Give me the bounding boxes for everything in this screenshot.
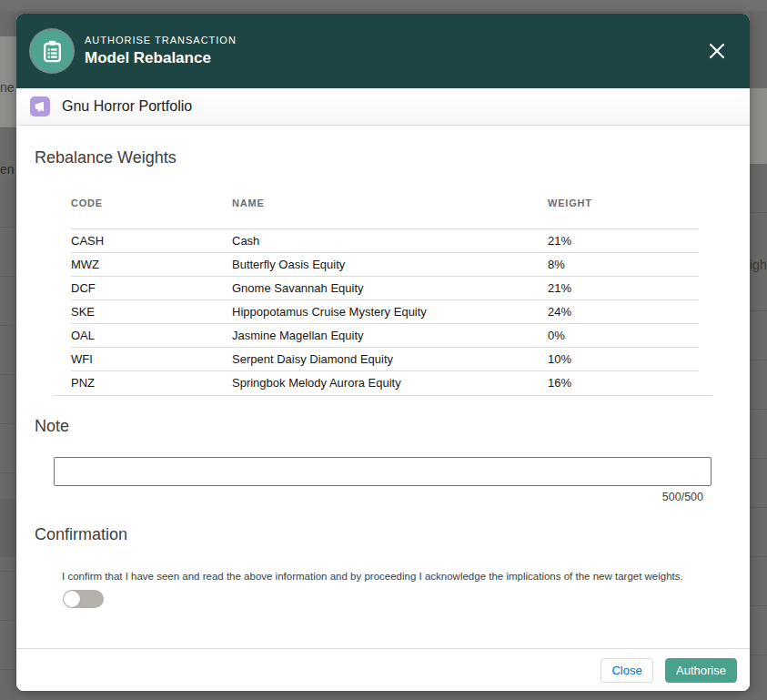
cell-weight: 24% <box>548 300 699 324</box>
background-right-panel <box>750 11 767 88</box>
cell-name: Butterfly Oasis Equity <box>232 253 548 277</box>
page: ne en igh AUTHO <box>0 0 767 700</box>
weights-table: CODE NAME WEIGHT CASHCash21%MWZButterfly… <box>71 188 699 395</box>
cell-name: Gnome Savannah Equity <box>232 277 548 300</box>
background-text-fragment: igh <box>750 258 767 272</box>
announcement-icon <box>30 96 50 117</box>
confirmation-toggle[interactable] <box>63 590 104 608</box>
cell-weight: 10% <box>548 348 699 371</box>
cell-name: Springbok Melody Aurora Equity <box>232 371 548 395</box>
close-button[interactable]: Close <box>600 658 653 683</box>
cell-weight: 8% <box>548 253 699 277</box>
cell-code: SKE <box>71 300 232 324</box>
weights-table-row: DCFGnome Savannah Equity21% <box>71 277 699 300</box>
weights-table-container: CODE NAME WEIGHT CASHCash21%MWZButterfly… <box>53 188 712 396</box>
cell-name: Jasmine Magellan Equity <box>232 324 548 348</box>
cell-weight: 0% <box>548 324 699 348</box>
cell-code: DCF <box>71 277 232 300</box>
cell-name: Hippopotamus Cruise Mystery Equity <box>232 300 548 324</box>
modal-footer: Close Authorise <box>16 648 750 691</box>
close-icon[interactable] <box>709 43 725 59</box>
authorise-button[interactable]: Authorise <box>665 658 737 683</box>
weights-table-row: CASHCash21% <box>71 229 699 253</box>
modal-eyebrow: AUTHORISE TRANSACTION <box>85 35 237 46</box>
transaction-icon <box>31 30 73 72</box>
confirmation-heading: Confirmation <box>35 525 732 544</box>
toggle-knob <box>64 591 80 607</box>
clipboard-icon <box>40 39 65 64</box>
weights-table-row: OALJasmine Magellan Equity0% <box>71 324 699 348</box>
cell-weight: 21% <box>548 229 699 253</box>
confirmation-text: I confirm that I have seen and read the … <box>62 570 732 583</box>
cell-name: Serpent Daisy Diamond Equity <box>232 348 548 371</box>
note-char-counter: 500/500 <box>35 491 703 503</box>
cell-code: WFI <box>71 348 232 371</box>
cell-code: CASH <box>71 229 232 253</box>
cell-weight: 21% <box>548 277 699 300</box>
cell-weight: 16% <box>548 371 699 395</box>
weights-table-row: MWZButterfly Oasis Equity8% <box>71 253 699 277</box>
column-header-name: NAME <box>232 188 548 229</box>
note-input[interactable] <box>54 457 711 486</box>
background-top-bar <box>0 0 767 11</box>
cell-code: OAL <box>71 324 232 348</box>
background-divider <box>0 127 16 128</box>
weights-table-row: SKEHippopotamus Cruise Mystery Equity24% <box>71 300 699 324</box>
background-text-fragment: ne <box>0 80 16 95</box>
rebalance-weights-heading: Rebalance Weights <box>35 148 732 167</box>
column-header-weight: WEIGHT <box>548 188 699 229</box>
modal-title: Model Rebalance <box>85 49 237 67</box>
column-header-code: CODE <box>71 188 232 229</box>
note-heading: Note <box>35 417 732 436</box>
modal-body: Rebalance Weights CODE NAME WEIGHT CASHC… <box>16 126 750 648</box>
background-right-rows <box>750 164 767 700</box>
model-rebalance-modal: AUTHORISE TRANSACTION Model Rebalance Gn… <box>16 14 750 691</box>
record-name: Gnu Horror Portfolio <box>62 98 192 115</box>
background-left-dark-band <box>0 499 16 557</box>
background-left-rows <box>0 178 16 700</box>
weights-table-row: PNZSpringbok Melody Aurora Equity16% <box>71 371 699 395</box>
cell-name: Cash <box>232 229 548 253</box>
cell-code: MWZ <box>71 253 232 277</box>
background-right-light <box>750 88 767 164</box>
modal-header: AUTHORISE TRANSACTION Model Rebalance <box>16 14 750 88</box>
weights-table-row: WFISerpent Daisy Diamond Equity10% <box>71 348 699 371</box>
background-text-fragment: en <box>0 162 16 177</box>
record-bar: Gnu Horror Portfolio <box>16 88 750 126</box>
cell-code: PNZ <box>71 371 232 395</box>
